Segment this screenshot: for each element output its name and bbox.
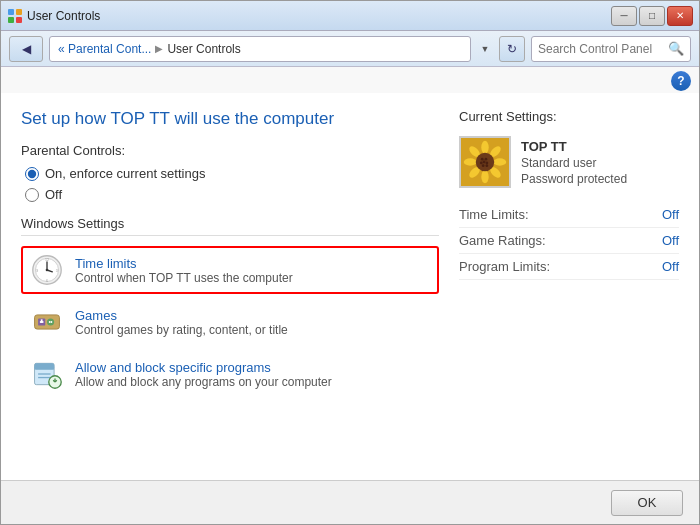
program-limits-row-label: Program Limits: — [459, 259, 550, 274]
svg-point-19 — [51, 321, 53, 323]
help-bar: ? — [1, 67, 699, 93]
svg-rect-3 — [16, 17, 22, 23]
parental-controls-label: Parental Controls: — [21, 143, 439, 158]
svg-point-18 — [49, 321, 51, 323]
svg-text:9: 9 — [36, 269, 38, 273]
main-window: User Controls ─ □ ✕ ◀ « Parental Cont...… — [0, 0, 700, 525]
breadcrumb-bar: « Parental Cont... ▶ User Controls — [49, 36, 471, 62]
control-panel-icon — [7, 8, 23, 24]
programs-icon — [29, 356, 65, 392]
svg-rect-22 — [35, 367, 55, 370]
svg-rect-1 — [16, 9, 22, 15]
minimize-button[interactable]: ─ — [611, 6, 637, 26]
time-limits-text: Time limits Control when TOP TT uses the… — [75, 256, 293, 285]
programs-text: Allow and block specific programs Allow … — [75, 360, 332, 389]
title-bar-left: User Controls — [7, 8, 100, 24]
program-limits-row: Program Limits: Off — [459, 254, 679, 280]
title-bar-title: User Controls — [27, 9, 100, 23]
program-limits-row-value: Off — [662, 259, 679, 274]
game-ratings-row-value: Off — [662, 233, 679, 248]
svg-point-36 — [464, 158, 477, 165]
current-settings-table: Time Limits: Off Game Ratings: Off Progr… — [459, 202, 679, 280]
close-button[interactable]: ✕ — [667, 6, 693, 26]
user-avatar — [459, 136, 511, 188]
svg-point-8 — [46, 269, 49, 272]
radio-off-input[interactable] — [25, 188, 39, 202]
help-button[interactable]: ? — [671, 71, 691, 91]
time-limits-item[interactable]: 12 3 6 9 Time limits Control when TOP TT… — [21, 246, 439, 294]
svg-point-41 — [483, 161, 486, 164]
title-bar: User Controls ─ □ ✕ — [1, 1, 699, 31]
radio-off-label: Off — [45, 187, 62, 202]
maximize-button[interactable]: □ — [639, 6, 665, 26]
user-details: TOP TT Standard user Password protected — [521, 139, 627, 186]
breadcrumb-dropdown[interactable]: ▼ — [477, 36, 493, 62]
refresh-icon: ↻ — [507, 42, 517, 56]
svg-rect-2 — [8, 17, 14, 23]
games-desc: Control games by rating, content, or tit… — [75, 323, 288, 337]
ok-button[interactable]: OK — [611, 490, 683, 516]
svg-text:6: 6 — [46, 279, 48, 283]
current-settings-title: Current Settings: — [459, 109, 679, 124]
radio-on-label: On, enforce current settings — [45, 166, 205, 181]
svg-rect-17 — [41, 319, 43, 323]
radio-on-input[interactable] — [25, 167, 39, 181]
refresh-button[interactable]: ↻ — [499, 36, 525, 62]
game-ratings-row: Game Ratings: Off — [459, 228, 679, 254]
radio-on-item: On, enforce current settings — [25, 166, 439, 181]
svg-point-43 — [485, 162, 488, 165]
time-limits-desc: Control when TOP TT uses the computer — [75, 271, 293, 285]
search-icon: 🔍 — [668, 41, 684, 56]
time-limits-link[interactable]: Time limits — [75, 256, 293, 271]
user-name: TOP TT — [521, 139, 627, 154]
back-button[interactable]: ◀ — [9, 36, 43, 62]
svg-point-40 — [485, 158, 488, 161]
time-limits-row-label: Time Limits: — [459, 207, 529, 222]
parental-controls-radio-group: On, enforce current settings Off — [21, 166, 439, 202]
programs-item[interactable]: Allow and block specific programs Allow … — [21, 350, 439, 398]
windows-settings-title: Windows Settings — [21, 216, 439, 236]
time-limits-icon: 12 3 6 9 — [29, 252, 65, 288]
games-item[interactable]: Games Control games by rating, content, … — [21, 298, 439, 346]
svg-point-34 — [481, 170, 488, 183]
svg-point-32 — [493, 158, 506, 165]
back-arrow-icon: ◀ — [22, 42, 31, 56]
games-text: Games Control games by rating, content, … — [75, 308, 288, 337]
radio-off-item: Off — [25, 187, 439, 202]
svg-rect-0 — [8, 9, 14, 15]
breadcrumb-current: User Controls — [167, 42, 240, 56]
breadcrumb-separator: ▶ — [155, 43, 163, 54]
user-info-box: TOP TT Standard user Password protected — [459, 136, 679, 188]
content-area: Set up how TOP TT will use the computer … — [1, 93, 699, 480]
search-box: 🔍 — [531, 36, 691, 62]
svg-text:3: 3 — [56, 269, 58, 273]
games-link[interactable]: Games — [75, 308, 288, 323]
svg-point-45 — [485, 164, 488, 167]
svg-text:12: 12 — [45, 258, 49, 262]
svg-point-42 — [480, 162, 483, 165]
user-protection: Password protected — [521, 172, 627, 186]
right-panel: Current Settings: — [459, 109, 679, 464]
address-bar: ◀ « Parental Cont... ▶ User Controls ▼ ↻… — [1, 31, 699, 67]
time-limits-row: Time Limits: Off — [459, 202, 679, 228]
game-ratings-row-label: Game Ratings: — [459, 233, 546, 248]
svg-point-30 — [481, 141, 488, 154]
title-bar-buttons: ─ □ ✕ — [611, 6, 693, 26]
svg-point-39 — [481, 158, 484, 161]
programs-link[interactable]: Allow and block specific programs — [75, 360, 332, 375]
search-input[interactable] — [538, 42, 664, 56]
svg-point-44 — [482, 164, 485, 167]
games-icon — [29, 304, 65, 340]
settings-items: 12 3 6 9 Time limits Control when TOP TT… — [21, 246, 439, 398]
footer: OK — [1, 480, 699, 524]
breadcrumb-parental[interactable]: « Parental Cont... — [58, 42, 151, 56]
time-limits-row-value: Off — [662, 207, 679, 222]
left-panel: Set up how TOP TT will use the computer … — [21, 109, 439, 464]
programs-desc: Allow and block any programs on your com… — [75, 375, 332, 389]
page-title: Set up how TOP TT will use the computer — [21, 109, 439, 129]
user-role: Standard user — [521, 156, 627, 170]
